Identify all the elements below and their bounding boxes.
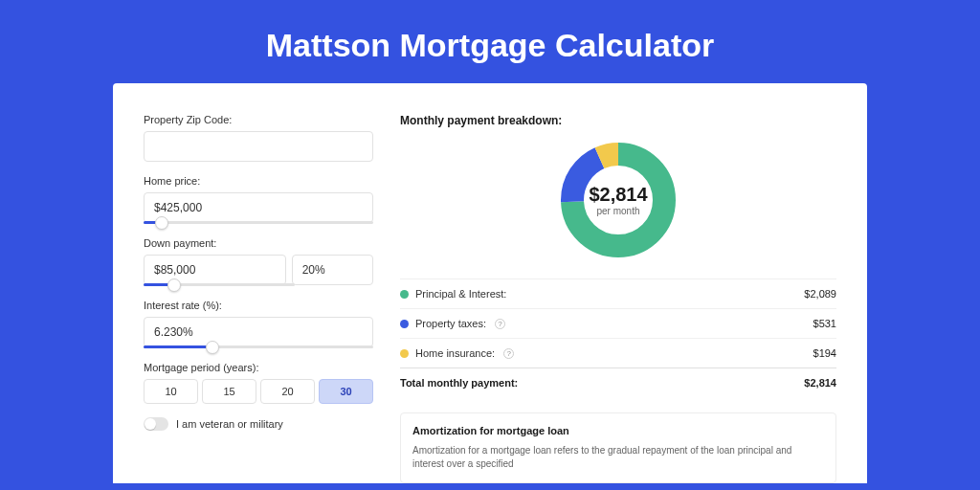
zip-field-block: Property Zip Code: [144, 114, 373, 162]
legend-value-insurance: $194 [813, 347, 836, 359]
donut-chart-wrap: $2,814 per month [400, 139, 836, 261]
legend-value-principal: $2,089 [804, 288, 836, 300]
page-title: Mattson Mortgage Calculator [0, 0, 980, 83]
home-price-input[interactable] [144, 192, 373, 223]
inputs-column: Property Zip Code: Home price: Down paym… [144, 114, 373, 483]
legend-dot-insurance [400, 349, 409, 358]
legend-total-label: Total monthly payment: [400, 377, 518, 389]
amortization-text: Amortization for a mortgage loan refers … [412, 444, 824, 471]
legend-row-taxes: Property taxes: ? $531 [400, 308, 836, 338]
veteran-toggle[interactable] [144, 417, 168, 431]
donut-sub: per month [596, 206, 639, 216]
donut-center: $2,814 per month [557, 139, 679, 261]
period-btn-20[interactable]: 20 [260, 379, 315, 404]
legend-dot-principal [400, 290, 409, 299]
breakdown-title: Monthly payment breakdown: [400, 114, 836, 127]
veteran-label: I am veteran or military [176, 418, 283, 430]
donut-chart: $2,814 per month [557, 139, 679, 261]
home-price-block: Home price: [144, 175, 373, 224]
down-payment-input[interactable] [144, 255, 286, 285]
help-icon[interactable]: ? [495, 319, 505, 329]
legend-label-principal: Principal & Interest: [415, 288, 506, 300]
home-price-slider[interactable] [144, 221, 373, 224]
legend-row-principal: Principal & Interest: $2,089 [400, 278, 836, 308]
legend-total-row: Total monthly payment: $2,814 [400, 368, 836, 397]
legend-dot-taxes [400, 320, 409, 328]
help-icon[interactable]: ? [503, 348, 514, 359]
down-payment-pct-input[interactable] [292, 255, 373, 285]
down-payment-label: Down payment: [144, 237, 373, 249]
period-btn-10[interactable]: 10 [144, 379, 198, 404]
legend-label-insurance: Home insurance: [415, 347, 495, 359]
interest-input[interactable] [144, 317, 373, 347]
home-price-slider-handle[interactable] [155, 216, 168, 230]
home-price-label: Home price: [144, 175, 373, 187]
down-payment-block: Down payment: [144, 237, 373, 286]
interest-slider[interactable] [144, 345, 373, 348]
period-label: Mortgage period (years): [144, 362, 373, 373]
amortization-box: Amortization for mortgage loan Amortizat… [400, 412, 836, 483]
period-btn-30[interactable]: 30 [319, 379, 373, 404]
amortization-title: Amortization for mortgage loan [412, 425, 824, 436]
donut-total: $2,814 [589, 184, 647, 206]
legend-value-taxes: $531 [813, 318, 836, 329]
zip-input[interactable] [144, 131, 373, 162]
down-payment-slider-handle[interactable] [167, 278, 181, 292]
calculator-card: Property Zip Code: Home price: Down paym… [113, 83, 867, 483]
legend-total-value: $2,814 [804, 377, 836, 389]
interest-slider-fill [144, 345, 212, 348]
period-btn-15[interactable]: 15 [202, 379, 256, 404]
veteran-toggle-knob [145, 418, 156, 430]
interest-slider-handle[interactable] [206, 341, 219, 354]
down-payment-slider[interactable] [144, 283, 295, 286]
interest-label: Interest rate (%): [144, 300, 373, 311]
zip-label: Property Zip Code: [144, 114, 373, 125]
legend-row-insurance: Home insurance: ? $194 [400, 338, 836, 368]
interest-block: Interest rate (%): [144, 300, 373, 348]
period-block: Mortgage period (years): 10 15 20 30 [144, 362, 373, 404]
results-column: Monthly payment breakdown: $2,814 per mo… [400, 114, 836, 483]
period-button-row: 10 15 20 30 [144, 379, 373, 404]
legend-label-taxes: Property taxes: [415, 318, 486, 329]
veteran-row: I am veteran or military [144, 417, 373, 431]
